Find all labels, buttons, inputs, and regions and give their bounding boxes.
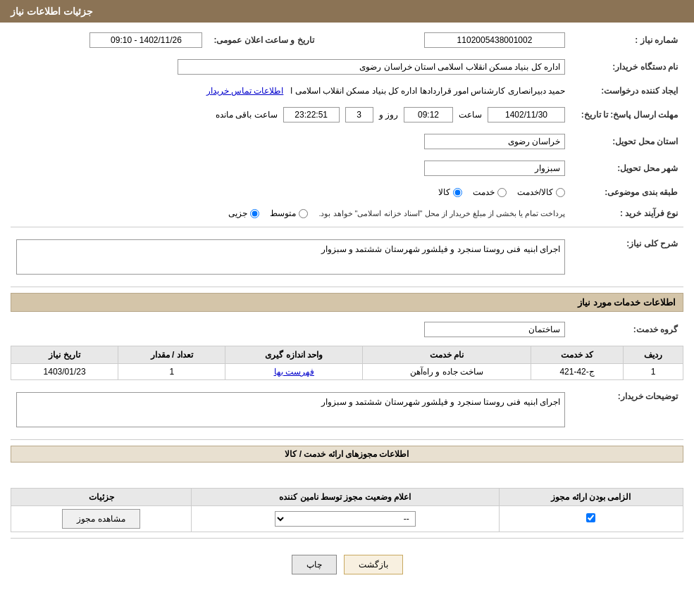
page-title: جزئیات اطلاعات نیاز	[11, 6, 93, 17]
process-option-medium[interactable]: متوسط	[270, 208, 308, 218]
service-group-input[interactable]	[424, 322, 565, 337]
divider-3	[11, 439, 683, 440]
category-radio-kala[interactable]	[453, 188, 462, 197]
remaining-time-input[interactable]	[283, 107, 340, 122]
category-options: کالا/خدمت خدمت کالا	[11, 184, 571, 200]
unit-link[interactable]: فهرست بها	[274, 367, 314, 377]
category-label-kala: کالا	[438, 187, 450, 197]
perm-checkbox[interactable]	[586, 513, 595, 522]
col-unit: واحد اندازه گیری	[225, 346, 363, 364]
province-table: استان محل تحویل:	[11, 131, 683, 152]
deadline-fields: ساعت روز و ساعت باقی مانده	[11, 104, 571, 125]
response-time-input[interactable]	[404, 107, 453, 122]
service-group-label: گروه خدمت:	[571, 319, 683, 340]
row-code: ج-42-421	[531, 364, 624, 380]
buyer-desc-field: اجرای ابنیه فنی روستا سنجرد و فیلشور شهر…	[11, 386, 571, 434]
col-qty: تعداد / مقدار	[118, 346, 225, 364]
process-radio-group: پرداخت تمام یا بخشی از مبلغ خریدار از مح…	[16, 208, 565, 218]
announce-datetime-value	[11, 30, 208, 51]
category-radio-kala-khedmat[interactable]	[556, 188, 565, 197]
service-group-table: گروه خدمت:	[11, 319, 683, 340]
button-area: بازگشت چاپ	[11, 544, 683, 585]
buyer-desc-text: اجرای ابنیه فنی روستا سنجرد و فیلشور شهر…	[16, 392, 565, 427]
buyer-desc-content: اجرای ابنیه فنی روستا سنجرد و فیلشور شهر…	[321, 397, 560, 407]
col-code: کد خدمت	[531, 346, 624, 364]
perm-row: -- مشاهده مجوز	[11, 506, 683, 532]
remaining-label: ساعت باقی مانده	[216, 110, 278, 120]
city-label: شهر محل تحویل:	[571, 158, 683, 179]
permission-table: الزامی بودن ارائه مجوز اعلام وضعیت مجوز …	[11, 488, 683, 532]
buyer-org-input[interactable]	[178, 59, 565, 75]
days-label: روز و	[379, 110, 398, 120]
category-radio-khedmat[interactable]	[497, 188, 507, 197]
province-input[interactable]	[424, 134, 565, 149]
category-option-kala-khedmat[interactable]: کالا/خدمت	[517, 187, 565, 197]
buyer-org-table: نام دستگاه خریدار:	[11, 56, 683, 77]
process-label: نوع فرآیند خرید :	[571, 206, 683, 221]
perm-col3: جزئیات	[11, 489, 192, 506]
need-number-value	[328, 30, 571, 51]
col-name: نام خدمت	[363, 346, 531, 364]
process-table: نوع فرآیند خرید : پرداخت تمام یا بخشی از…	[11, 206, 683, 221]
col-date: تاریخ نیاز	[11, 346, 118, 364]
contact-link[interactable]: اطلاعات تماس خریدار	[206, 86, 284, 96]
buyer-desc-table: توضیحات خریدار: اجرای ابنیه فنی روستا سن…	[11, 386, 683, 434]
province-value	[11, 131, 571, 152]
row-date: 1403/01/23	[11, 364, 118, 380]
description-field: اجرای ابنیه فنی روستا سنجرد و فیلشور شهر…	[11, 233, 571, 281]
service-group-value	[11, 319, 571, 340]
process-radio-partial[interactable]	[250, 209, 259, 218]
spacer	[11, 468, 683, 482]
print-button[interactable]: چاپ	[292, 555, 337, 574]
description-label: شرح کلی نیاز:	[571, 233, 683, 281]
requester-value: حمید دبیرانصاری کارشناس امور قراردادها ا…	[11, 83, 571, 99]
deadline-row: ساعت روز و ساعت باقی مانده	[16, 107, 565, 122]
need-number-input[interactable]	[424, 32, 565, 48]
category-label: طبقه بندی موضوعی:	[571, 184, 683, 200]
buyer-desc-label: توضیحات خریدار:	[571, 386, 683, 434]
process-options: پرداخت تمام یا بخشی از مبلغ خریدار از مح…	[11, 206, 571, 221]
perm-col2: اعلام وضعیت مجوز توسط نامین کننده	[192, 489, 499, 506]
requester-text: حمید دبیرانصاری کارشناس امور قراردادها ا…	[290, 86, 565, 96]
process-note-text: پرداخت تمام یا بخشی از مبلغ خریدار از مح…	[318, 209, 565, 218]
top-info-table: شماره نیاز : تاریخ و ساعت اعلان عمومی:	[11, 30, 683, 51]
city-input[interactable]	[424, 161, 565, 176]
perm-details: مشاهده مجوز	[11, 506, 192, 532]
description-text: اجرای ابنیه فنی روستا سنجرد و فیلشور شهر…	[16, 239, 565, 275]
process-label-medium: متوسط	[270, 208, 296, 218]
announce-datetime-input[interactable]	[89, 32, 202, 48]
category-radio-group: کالا/خدمت خدمت کالا	[16, 187, 565, 197]
requester-table: ایجاد کننده درخواست: حمید دبیرانصاری کار…	[11, 83, 683, 99]
requester-label: ایجاد کننده درخواست:	[571, 83, 683, 99]
permission-section-title: اطلاعات مجوزهای ارائه خدمت / کالا	[11, 446, 683, 463]
category-option-khedmat[interactable]: خدمت	[473, 187, 507, 197]
announce-datetime-label: تاریخ و ساعت اعلان عمومی:	[208, 30, 328, 51]
deadline-table: مهلت ارسال پاسخ: تا تاریخ: ساعت روز و سا…	[11, 104, 683, 125]
description-content: اجرای ابنیه فنی روستا سنجرد و فیلشور شهر…	[321, 244, 560, 254]
col-row: ردیف	[624, 346, 683, 364]
perm-required	[499, 506, 683, 532]
row-qty: 1	[118, 364, 225, 380]
row-num: 1	[624, 364, 683, 380]
need-number-label: شماره نیاز :	[571, 30, 683, 51]
process-radio-medium[interactable]	[299, 209, 308, 218]
response-date-input[interactable]	[488, 107, 565, 122]
province-label: استان محل تحویل:	[571, 131, 683, 152]
perm-status-select[interactable]: --	[275, 511, 416, 527]
category-label-khedmat: خدمت	[473, 187, 495, 197]
category-table: طبقه بندی موضوعی: کالا/خدمت خدمت	[11, 184, 683, 200]
days-input[interactable]	[345, 107, 373, 122]
main-content: شماره نیاز : تاریخ و ساعت اعلان عمومی: ن…	[0, 23, 694, 592]
process-option-partial[interactable]: جزیی	[228, 208, 259, 218]
divider-4	[11, 538, 683, 539]
row-unit: فهرست بها	[225, 364, 363, 380]
city-table: شهر محل تحویل:	[11, 158, 683, 179]
page-wrapper: جزئیات اطلاعات نیاز شماره نیاز : تاریخ و…	[0, 0, 694, 616]
services-section-title: اطلاعات خدمات مورد نیاز	[11, 293, 683, 312]
process-label-partial: جزیی	[228, 208, 247, 218]
perm-status: --	[192, 506, 499, 532]
view-permission-button[interactable]: مشاهده مجوز	[62, 509, 140, 529]
city-value	[11, 158, 571, 179]
category-option-kala[interactable]: کالا	[438, 187, 462, 197]
back-button[interactable]: بازگشت	[344, 555, 403, 574]
